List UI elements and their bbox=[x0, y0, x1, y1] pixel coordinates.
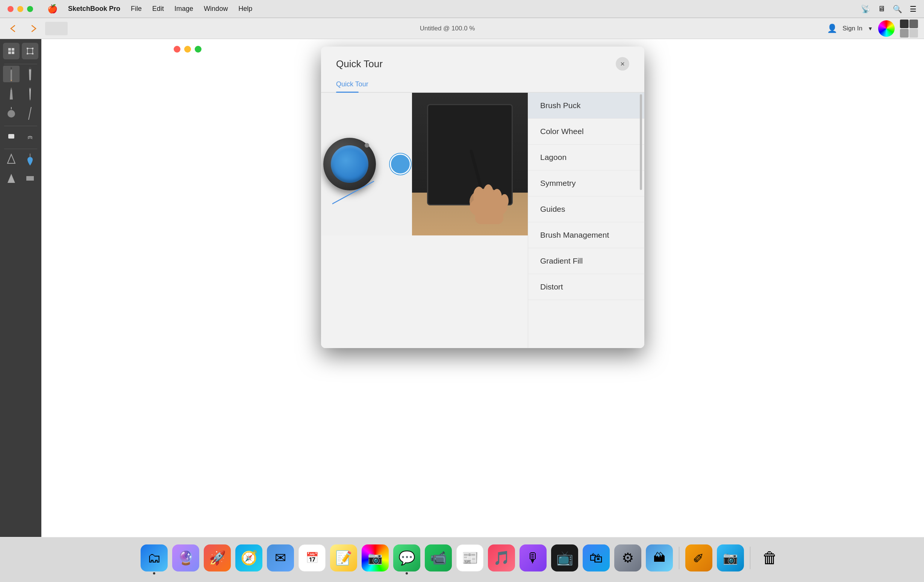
quick-tour-tab[interactable]: Quick Tour bbox=[336, 77, 376, 92]
svg-rect-17 bbox=[470, 150, 484, 194]
close-traffic-light[interactable] bbox=[8, 6, 13, 12]
dock-photos-app[interactable]: 📷 bbox=[361, 544, 389, 572]
swatches-button[interactable] bbox=[900, 20, 918, 38]
shape-row bbox=[3, 151, 38, 167]
brush-tool-item[interactable] bbox=[22, 85, 38, 102]
list-item-distort[interactable]: Distort bbox=[528, 274, 644, 300]
apple-menu[interactable]: 🍎 bbox=[47, 4, 58, 14]
airbrush-tool[interactable] bbox=[3, 105, 20, 121]
svg-rect-3 bbox=[12, 51, 14, 54]
dock-launchpad[interactable]: 🚀 bbox=[204, 544, 231, 572]
dock-mail[interactable]: ✉ bbox=[267, 544, 294, 572]
toolbar-placeholder bbox=[45, 22, 68, 35]
bottom-shape-row bbox=[3, 170, 38, 187]
eraser-row bbox=[3, 128, 38, 144]
search-icon[interactable]: 🔍 bbox=[893, 5, 902, 13]
list-item-gradient-fill[interactable]: Gradient Fill bbox=[528, 248, 644, 274]
dock-facetime[interactable]: 📹 bbox=[425, 544, 452, 572]
image-menu[interactable]: Image bbox=[175, 5, 193, 13]
dock-pencil[interactable]: ✏ bbox=[685, 544, 712, 572]
dock-sysprefs[interactable]: ⚙ bbox=[614, 544, 641, 572]
modal-min-light[interactable] bbox=[184, 46, 191, 53]
header-toolbar: Untitled @ 100.0 % 👤 Sign In ▼ bbox=[0, 18, 924, 39]
back-button[interactable] bbox=[6, 22, 21, 35]
dock-messages[interactable]: 💬 bbox=[393, 544, 420, 572]
dock-finder-dot bbox=[153, 572, 155, 574]
control-center-icon[interactable]: ☰ bbox=[910, 5, 916, 13]
svg-rect-6 bbox=[32, 48, 33, 49]
app-name-menu[interactable]: SketchBook Pro bbox=[68, 5, 120, 13]
dock-safari[interactable]: 🧭 bbox=[235, 544, 262, 572]
modal-close-button[interactable]: × bbox=[616, 57, 629, 71]
modal-max-light[interactable] bbox=[195, 46, 201, 53]
dock-siri[interactable]: 🔮 bbox=[172, 544, 199, 572]
modal-close-light[interactable] bbox=[174, 46, 180, 53]
eraser-tool[interactable] bbox=[3, 128, 20, 144]
brush-puck-inner bbox=[331, 145, 368, 183]
pencil-row bbox=[3, 66, 38, 82]
dock-podcasts[interactable]: 🎙 bbox=[520, 544, 546, 572]
canvas-area[interactable]: Quick Tour × Quick Tour bbox=[41, 39, 924, 537]
scrollbar-thumb[interactable] bbox=[640, 94, 642, 190]
list-item-symmetry[interactable]: Symmetry bbox=[528, 171, 644, 196]
svg-rect-5 bbox=[27, 48, 28, 49]
svg-rect-7 bbox=[27, 53, 28, 54]
edit-menu[interactable]: Edit bbox=[152, 5, 164, 13]
menu-bar: 🍎 SketchBook Pro File Edit Image Window … bbox=[0, 0, 924, 18]
dock-finder[interactable]: 🗂 bbox=[140, 544, 168, 572]
quick-tour-modal: Quick Tour × Quick Tour bbox=[321, 46, 644, 348]
svg-marker-15 bbox=[8, 174, 15, 183]
marker-tool[interactable] bbox=[3, 85, 20, 102]
tablet-photo bbox=[412, 93, 528, 235]
dock-music[interactable]: 🎵 bbox=[488, 544, 515, 572]
sign-in-icon: 👤 bbox=[827, 24, 837, 33]
svg-rect-4 bbox=[28, 48, 33, 54]
window-menu[interactable]: Window bbox=[204, 5, 228, 13]
rectangle-tool[interactable] bbox=[22, 170, 38, 187]
document-title: Untitled @ 100.0 % bbox=[74, 25, 821, 32]
dropper-tool[interactable] bbox=[22, 151, 38, 167]
smudge-tool[interactable] bbox=[22, 128, 38, 144]
list-item-color-wheel[interactable]: Color Wheel bbox=[528, 118, 644, 145]
svg-point-11 bbox=[8, 110, 15, 118]
color-wheel-button[interactable] bbox=[878, 20, 895, 37]
menubar-right-group: 📡 🖥 🔍 ☰ bbox=[861, 5, 916, 13]
dock-appstore[interactable]: 🛍 bbox=[582, 544, 610, 572]
list-item-lagoon[interactable]: Lagoon bbox=[528, 145, 644, 171]
help-menu[interactable]: Help bbox=[238, 5, 252, 13]
svg-rect-8 bbox=[32, 53, 33, 54]
file-menu[interactable]: File bbox=[131, 5, 142, 13]
hand-stylus-area bbox=[453, 141, 520, 224]
dock-notes[interactable]: 📝 bbox=[330, 544, 357, 572]
dock-trash[interactable]: 🗑 bbox=[756, 544, 784, 572]
dock-screenium[interactable]: 📷 bbox=[717, 544, 744, 572]
list-item-brush-puck[interactable]: Brush Puck bbox=[528, 93, 644, 118]
forward-button[interactable] bbox=[26, 22, 41, 35]
video-illustration bbox=[321, 93, 528, 235]
triangle-tool[interactable] bbox=[3, 151, 20, 167]
pencil-tool[interactable] bbox=[3, 66, 20, 82]
arrange-tool[interactable] bbox=[3, 43, 20, 59]
sign-in-label[interactable]: Sign In bbox=[842, 25, 862, 32]
dock-calendar[interactable]: 📅 bbox=[299, 544, 325, 572]
list-item-brush-management[interactable]: Brush Management bbox=[528, 222, 644, 248]
calligraphy-tool[interactable] bbox=[22, 105, 38, 121]
dock-separator-2 bbox=[750, 547, 750, 569]
list-item-guides[interactable]: Guides bbox=[528, 196, 644, 222]
toolbar-divider-2 bbox=[4, 126, 37, 126]
ink-pen-tool[interactable] bbox=[22, 66, 38, 82]
svg-rect-2 bbox=[8, 51, 11, 54]
dock-appletv[interactable]: 📺 bbox=[551, 544, 578, 572]
dock-camo[interactable]: 🏔 bbox=[646, 544, 673, 572]
svg-rect-0 bbox=[8, 48, 11, 51]
sign-in-chevron: ▼ bbox=[868, 26, 873, 31]
transform-tool[interactable] bbox=[22, 43, 38, 59]
dock: 🗂 🔮 🚀 🧭 ✉ 📅 📝 📷 💬 📹 📰 🎵 🎙 📺 🛍 bbox=[0, 537, 924, 582]
dock-news[interactable]: 📰 bbox=[456, 544, 483, 572]
svg-marker-13 bbox=[8, 155, 15, 163]
left-toolbar bbox=[0, 39, 41, 537]
fullscreen-traffic-light[interactable] bbox=[27, 6, 33, 12]
filled-triangle-tool[interactable] bbox=[3, 170, 20, 187]
minimize-traffic-light[interactable] bbox=[17, 6, 23, 12]
display-icon: 🖥 bbox=[878, 5, 885, 13]
